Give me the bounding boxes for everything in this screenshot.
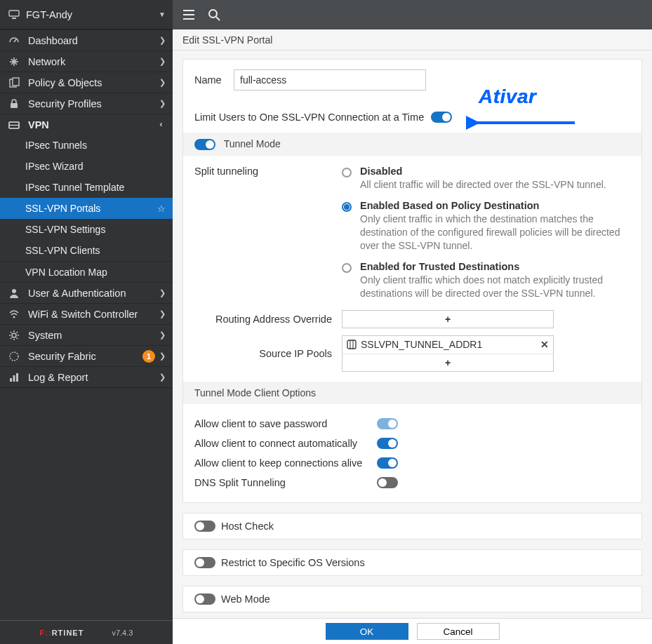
svg-point-13 (13, 316, 15, 318)
chevron-right-icon: ❯ (159, 351, 166, 361)
search-icon[interactable] (208, 8, 220, 21)
chevron-right-icon: ❯ (159, 288, 166, 297)
opt-title: Enabled Based on Policy Destination (360, 200, 630, 211)
cancel-button[interactable]: Cancel (417, 623, 500, 640)
split-option-trusted[interactable] (342, 263, 352, 273)
svg-point-14 (12, 333, 16, 337)
svg-point-23 (10, 352, 18, 361)
svg-rect-24 (10, 378, 12, 382)
fabric-icon (8, 351, 21, 362)
opt-save-password: Allow client to save password (194, 418, 377, 429)
svg-line-20 (17, 337, 18, 339)
source-ip-box[interactable]: SSLVPN_TUNNEL_ADDR1 ✕ + (342, 335, 554, 372)
subnav-sslvpn-clients[interactable]: SSL-VPN Clients (0, 240, 173, 261)
sidebar: FGT-Andy ▼ Dashboard ❯ Network ❯ Policy … (0, 0, 173, 644)
sidebar-footer: F::RTINET v7.4.3 (0, 620, 173, 644)
split-option-policy[interactable] (342, 202, 352, 212)
opt-title: Disabled (360, 166, 606, 177)
chevron-right-icon: ❯ (159, 57, 166, 66)
toggle-keep-alive[interactable] (377, 457, 398, 469)
routing-add[interactable]: + (342, 311, 553, 328)
ok-button[interactable]: OK (326, 623, 408, 640)
close-icon[interactable]: ✕ (540, 339, 549, 350)
nav-label: Log & Report (28, 372, 159, 383)
subnav-sslvpn-portals[interactable]: SSL-VPN Portals ☆ (0, 198, 173, 219)
restrict-os-toggle[interactable] (194, 557, 215, 568)
svg-rect-32 (347, 340, 356, 349)
split-option-disabled[interactable] (342, 168, 352, 177)
opt-dns-split: DNS Split Tunneling (194, 477, 377, 488)
chevron-right-icon: ❯ (159, 36, 166, 45)
star-icon[interactable]: ☆ (157, 203, 166, 214)
user-icon (8, 288, 21, 299)
footer-bar: OK Cancel (173, 618, 652, 644)
wifi-icon (8, 309, 21, 320)
nav-label: Policy & Objects (28, 77, 159, 88)
toggle-auto-connect[interactable] (377, 438, 398, 449)
nav-label: Security Fabric (28, 351, 142, 362)
nav-dashboard[interactable]: Dashboard ❯ (0, 29, 173, 51)
subnav-label: IPsec Tunnel Template (25, 182, 166, 193)
subnav-ipsec-wizard[interactable]: IPsec Wizard (0, 156, 173, 177)
device-selector[interactable]: FGT-Andy ▼ (0, 0, 173, 29)
subnav-vpn-location-map[interactable]: VPN Location Map (0, 261, 173, 282)
section-web-mode[interactable]: Web Mode (183, 586, 641, 612)
svg-line-2 (14, 39, 16, 42)
version-label: v7.4.3 (112, 629, 133, 637)
nav-system[interactable]: System ❯ (0, 324, 173, 345)
nav-label: WiFi & Switch Controller (28, 309, 159, 320)
routing-override-label: Routing Address Override (194, 314, 342, 325)
page-title: Edit SSL-VPN Portal (182, 34, 272, 46)
toggle-dns-split[interactable] (377, 477, 398, 488)
tunnel-mode-section: Tunnel Mode (183, 133, 641, 156)
source-ip-add[interactable]: + (342, 354, 553, 371)
chevron-right-icon: ❯ (159, 78, 166, 87)
policy-icon (8, 77, 21, 88)
gear-icon (8, 330, 21, 341)
subnav-label: SSL-VPN Clients (25, 245, 166, 256)
subnav-label: IPsec Tunnels (25, 140, 166, 151)
brand-logo: F::RTINET (40, 629, 84, 637)
subnav-label: SSL-VPN Portals (25, 203, 157, 214)
hamburger-icon[interactable] (182, 9, 195, 20)
tunnel-mode-toggle[interactable] (194, 139, 215, 150)
svg-line-22 (11, 337, 12, 339)
section-host-check[interactable]: Host Check (183, 514, 641, 539)
nav-wifi-switch[interactable]: WiFi & Switch Controller ❯ (0, 303, 173, 324)
section-label: Restrict to Specific OS Versions (221, 557, 365, 568)
network-icon (8, 56, 21, 67)
nav-log-report[interactable]: Log & Report ❯ (0, 366, 173, 387)
section-restrict-os[interactable]: Restrict to Specific OS Versions (183, 550, 641, 575)
device-name: FGT-Andy (26, 9, 159, 20)
subnav-sslvpn-settings[interactable]: SSL-VPN Settings (0, 219, 173, 240)
tunnel-mode-label: Tunnel Mode (224, 138, 281, 149)
nav-policy-objects[interactable]: Policy & Objects ❯ (0, 72, 173, 93)
nav-security-fabric[interactable]: Security Fabric 1 ❯ (0, 345, 173, 366)
svg-rect-26 (16, 373, 18, 382)
name-input[interactable] (234, 69, 426, 90)
limit-users-toggle[interactable] (431, 112, 452, 123)
nav-network[interactable]: Network ❯ (0, 51, 173, 72)
source-ip-chip[interactable]: SSLVPN_TUNNEL_ADDR1 ✕ (342, 336, 553, 354)
nav-security-profiles[interactable]: Security Profiles ❯ (0, 93, 173, 114)
section-label: Host Check (221, 521, 274, 532)
opt-desc: All client traffic will be directed over… (360, 178, 606, 192)
nav-vpn[interactable]: VPN ⌄ (0, 114, 173, 135)
badge-count: 1 (142, 350, 155, 363)
nav-user-auth[interactable]: User & Authentication ❯ (0, 282, 173, 303)
toggle-save-password[interactable] (377, 418, 398, 429)
host-check-toggle[interactable] (194, 521, 215, 532)
routing-override-box[interactable]: + (342, 310, 554, 328)
client-options-header: Tunnel Mode Client Options (183, 382, 641, 404)
svg-line-31 (216, 17, 220, 20)
nav-label: User & Authentication (28, 288, 159, 299)
chevron-down-icon: ⌄ (158, 121, 167, 128)
web-mode-toggle[interactable] (194, 593, 215, 605)
subnav-ipsec-tunnels[interactable]: IPsec Tunnels (0, 135, 173, 156)
nav-label: System (28, 330, 159, 341)
subnav-ipsec-tunnel-template[interactable]: IPsec Tunnel Template (0, 177, 173, 198)
svg-line-19 (11, 332, 12, 333)
breadcrumb: Edit SSL-VPN Portal (173, 29, 652, 51)
dashboard-icon (8, 35, 21, 46)
chevron-right-icon: ❯ (159, 330, 166, 340)
